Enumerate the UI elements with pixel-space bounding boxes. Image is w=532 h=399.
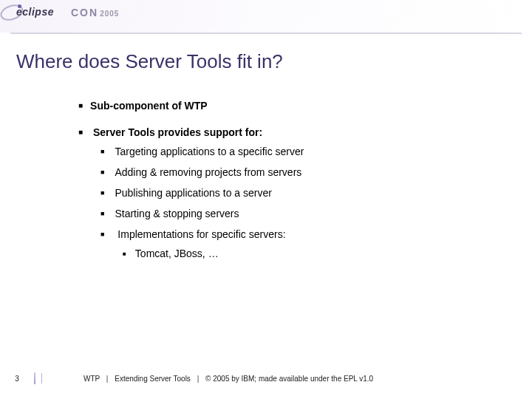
footer-project: WTP [83,375,100,383]
bullet-text: Publishing applications to a server [115,187,271,199]
eclipse-wordmark: eclipse [16,6,54,18]
list-item: Starting & stopping servers [100,208,502,219]
page-number: 3 [0,375,34,383]
slide-body: Sub-component of WTP Server Tools provid… [0,73,532,259]
eclipse-logo-mark: eclipse [4,1,64,24]
bullet-text: Targeting applications to a specific ser… [115,146,304,157]
con-text: CON [71,7,98,18]
bullet-text: Adding & removing projects from servers [115,166,301,178]
bullet-text: Sub-component of WTP [90,100,208,112]
bullet-text: Starting & stopping servers [115,208,239,219]
footer-separator: | [106,375,109,383]
footer-accent-bar [34,372,35,384]
footer-separator: | [197,375,200,383]
con-year: 2005 [100,10,119,18]
footer-copyright: © 2005 by IBM; made available under the … [205,375,373,383]
footer-talk: Extending Server Tools [115,375,191,383]
slide: eclipse CON2005 Where does Server Tools … [0,0,532,399]
bullet-text: Implementations for specific servers: [117,228,285,240]
list-item: Implementations for specific servers: To… [100,228,502,259]
list-item: Publishing applications to a server [100,187,502,199]
bullet-list-level2: Targeting applications to a specific ser… [78,138,502,259]
conference-label: CON2005 [71,7,119,18]
slide-title: Where does Server Tools fit in? [0,34,532,73]
footer-text: WTP | Extending Server Tools | © 2005 by… [83,375,373,383]
list-item: Sub-component of WTP [78,100,502,112]
list-item: Targeting applications to a specific ser… [100,146,502,157]
header-band: eclipse CON2005 [0,0,532,33]
list-item: Tomcat, JBoss, … [123,248,502,259]
bullet-text: Server Tools provides support for: [93,126,262,138]
list-item: Server Tools provides support for: Targe… [78,126,502,259]
eclipsecon-logo: eclipse CON2005 [4,1,119,24]
bullet-list-level3: Tomcat, JBoss, … [100,240,502,259]
list-item: Adding & removing projects from servers [100,166,502,178]
footer-divider [41,373,42,383]
footer: 3 WTP | Extending Server Tools | © 2005 … [0,372,532,384]
bullet-list-level1: Sub-component of WTP Server Tools provid… [78,100,502,259]
bullet-text: Tomcat, JBoss, … [135,248,219,259]
